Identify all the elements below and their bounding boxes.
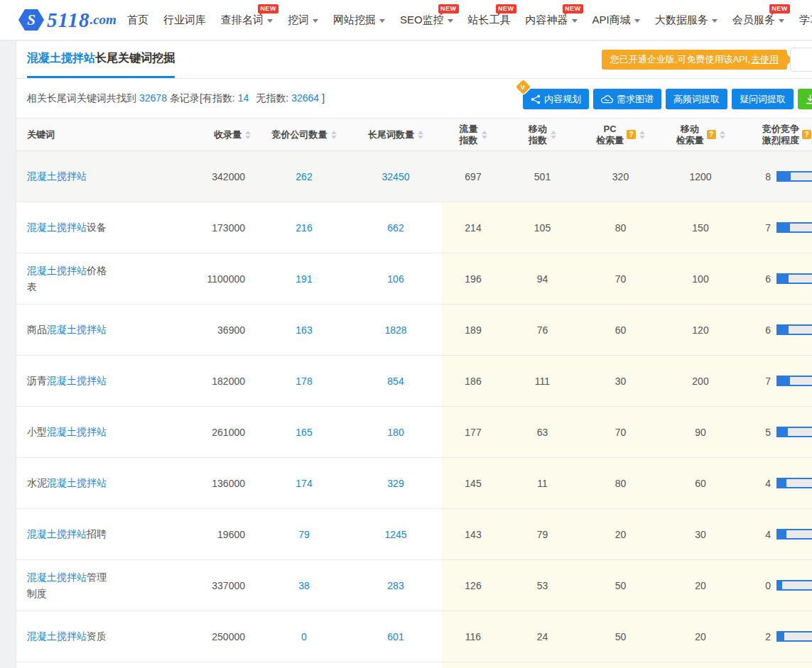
content-plan-button[interactable]: V内容规划 <box>523 89 589 109</box>
unlimited-export-button[interactable]: 无限制导出 <box>798 89 812 109</box>
nav-item-label: 会员服务 <box>732 13 775 27</box>
site-logo[interactable]: S 5118 .com <box>18 9 117 32</box>
traffic-index-cell: 126 <box>441 560 505 610</box>
bid-company-link[interactable]: 174 <box>296 478 312 489</box>
bid-company-link[interactable]: 165 <box>296 427 312 438</box>
get-api-button[interactable]: 获取 <box>790 48 812 72</box>
action-buttons: V内容规划需求图谱高频词提取疑问词提取无限制导出 <box>523 89 812 109</box>
longtail-count-link[interactable]: 32450 <box>382 171 410 182</box>
keyword-cell: 混凝土搅拌站 <box>16 151 180 202</box>
mobile-index-value: 53 <box>537 580 548 591</box>
longtail-cell: 854 <box>350 356 441 406</box>
competition-bar <box>776 478 812 488</box>
banner-go-use-link[interactable]: 去使用 <box>751 53 779 66</box>
help-icon[interactable]: ? <box>627 130 636 139</box>
keyword-link[interactable]: 混凝土搅拌站设备 <box>27 219 112 235</box>
longtail-count-link[interactable]: 283 <box>387 580 404 591</box>
sort-icon[interactable] <box>482 131 487 139</box>
longtail-count-link[interactable]: 1245 <box>384 529 406 540</box>
keyword-link[interactable]: 混凝土搅拌站管理制度 <box>27 569 112 601</box>
nav-item-rank-words[interactable]: 查排名词NEW <box>221 0 273 40</box>
nav-item-webmaster-tools[interactable]: 站长工具NEW <box>468 0 511 40</box>
bid-company-link[interactable]: 262 <box>296 171 312 182</box>
nav-item-member-service[interactable]: 会员服务NEW <box>732 0 784 40</box>
competition-value: 5 <box>740 427 771 438</box>
longtail-count-link[interactable]: 601 <box>387 631 404 642</box>
keyword-link[interactable]: 混凝土搅拌站 <box>27 168 112 184</box>
bid-company-link[interactable]: 216 <box>296 222 312 234</box>
chevron-down-icon <box>572 19 578 23</box>
keyword-highlight: 混凝土搅拌站 <box>27 170 87 182</box>
bid-company-cell: 163 <box>258 305 350 355</box>
competition-value: 6 <box>740 324 771 336</box>
help-icon[interactable]: ? <box>802 130 811 139</box>
keyword-cell: 混凝土搅拌站管理制度 <box>16 560 180 610</box>
tab-longtail-keyword-mining[interactable]: 混凝土搅拌站长尾关键词挖掘 <box>27 41 175 78</box>
nav-item-site-mining[interactable]: 网站挖掘 <box>333 0 385 40</box>
collect-cell: 36900 <box>180 305 258 355</box>
keyword-link[interactable]: 混凝土搅拌站价格表 <box>27 263 112 295</box>
chevron-down-icon <box>448 19 453 23</box>
traffic-index-value: 189 <box>465 324 481 336</box>
bid-company-link[interactable]: 79 <box>298 529 310 540</box>
longtail-count-link[interactable]: 106 <box>387 273 404 285</box>
competition-cell: 0 <box>740 560 812 610</box>
mobile-search-volume-value: 20 <box>695 631 706 642</box>
keyword-link[interactable]: 混凝土搅拌站资质 <box>27 628 112 644</box>
bid-company-link[interactable]: 178 <box>296 376 312 387</box>
mobile-index-cell: 501 <box>505 151 580 202</box>
table-body: 混凝土搅拌站3420002623245069750132012008混凝土搅拌站… <box>16 151 812 668</box>
mobile-search-volume-value: 20 <box>695 580 706 591</box>
sort-icon[interactable] <box>331 131 337 139</box>
chevron-down-icon <box>779 19 784 23</box>
sort-icon[interactable] <box>551 131 556 139</box>
demand-map-button[interactable]: 需求图谱 <box>593 89 661 109</box>
traffic-index-value: 186 <box>465 376 481 387</box>
keyword-link[interactable]: 沥青混凝土搅拌站 <box>27 373 112 388</box>
longtail-count-link[interactable]: 180 <box>387 427 404 438</box>
question-extract-button[interactable]: 疑问词提取 <box>732 89 794 109</box>
sort-icon[interactable] <box>720 131 725 139</box>
keyword-link[interactable]: 商品混凝土搅拌站 <box>27 322 112 337</box>
longtail-count-link[interactable]: 1828 <box>384 324 406 336</box>
nav-item-seo-monitor[interactable]: SEO监控NEW <box>400 0 453 40</box>
nav-item-bigdata-service[interactable]: 大数据服务 <box>655 0 718 40</box>
without-index-count: 32664 <box>291 92 319 104</box>
keyword-link[interactable]: 水泥混凝土搅拌站 <box>27 475 112 491</box>
bid-company-link[interactable]: 38 <box>298 580 310 591</box>
longtail-count-link[interactable]: 329 <box>387 478 404 489</box>
mobile-search-volume-cell: 120 <box>661 305 740 355</box>
longtail-count-link[interactable]: 662 <box>387 222 404 234</box>
bid-company-link[interactable]: 191 <box>296 273 312 285</box>
column-label: 关键词 <box>27 129 55 141</box>
new-badge: NEW <box>496 4 516 13</box>
pc-search-volume-cell: 80 <box>580 202 661 253</box>
sort-icon[interactable] <box>418 131 423 139</box>
nav-item-api-store[interactable]: API商城 <box>592 0 640 40</box>
competition-bar <box>776 529 812 540</box>
keyword-cell: 混凝土搅拌站招聘 <box>16 509 180 559</box>
traffic-index-value: 126 <box>465 580 481 591</box>
sort-icon[interactable] <box>639 131 645 139</box>
competition-bar-fill <box>778 224 790 231</box>
logo-tld: .com <box>90 12 116 28</box>
table-row: 沥青混凝土搅拌站182000178854186111302007 <box>16 356 812 407</box>
mobile-index-value: 76 <box>537 324 548 336</box>
sort-icon[interactable] <box>245 131 251 139</box>
nav-item-dig-words[interactable]: 挖词 <box>288 0 318 40</box>
nav-item-industry-thesaurus[interactable]: 行业词库 <box>163 0 206 40</box>
keyword-highlight: 混凝土搅拌站 <box>27 528 87 540</box>
bid-company-link[interactable]: 163 <box>296 324 312 336</box>
keyword-link[interactable]: 小型混凝土搅拌站 <box>27 424 112 439</box>
help-icon[interactable]: ? <box>707 130 716 139</box>
high-freq-extract-button[interactable]: 高频词提取 <box>666 89 727 109</box>
bid-company-link[interactable]: 0 <box>301 631 307 642</box>
longtail-count-link[interactable]: 854 <box>387 376 404 387</box>
nav-item-learn-seo[interactable]: 学习SEO <box>799 0 812 40</box>
table-row: 混凝土搅拌站管理制度337000382831265350200 <box>16 560 812 611</box>
competition-cell: 6 <box>740 305 812 355</box>
nav-item-home[interactable]: 首页 <box>127 0 148 40</box>
keyword-link[interactable]: 混凝土搅拌站招聘 <box>27 526 112 542</box>
logo-name: 5118 <box>47 9 90 32</box>
nav-item-content-tool[interactable]: 内容神器NEW <box>526 0 578 40</box>
